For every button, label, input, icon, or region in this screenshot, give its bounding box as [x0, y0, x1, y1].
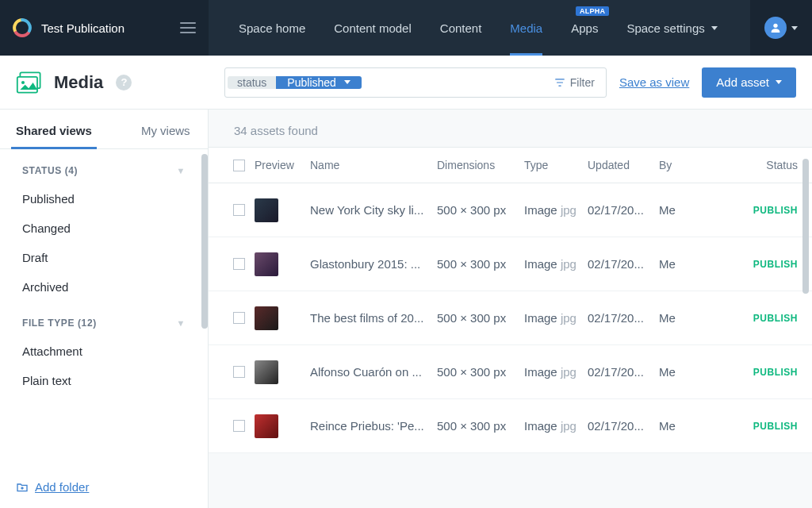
- tab-my-views[interactable]: My views: [125, 110, 206, 148]
- filter-icon: [554, 77, 565, 88]
- checkbox[interactable]: [233, 366, 245, 378]
- thumbnail: [255, 414, 278, 438]
- th-updated[interactable]: Updated: [588, 159, 659, 171]
- nav-space-settings[interactable]: Space settings: [612, 0, 731, 56]
- cell-type: Image jpg: [524, 311, 588, 325]
- checkbox-all[interactable]: [233, 160, 245, 171]
- add-folder-icon: [16, 481, 29, 494]
- filter-button[interactable]: Filter: [543, 76, 606, 89]
- checkbox[interactable]: [233, 420, 245, 432]
- th-preview[interactable]: Preview: [255, 159, 310, 171]
- collapse-icon: ▼: [177, 166, 186, 175]
- sidebar-item-changed[interactable]: Changed: [0, 214, 208, 243]
- nav-space-settings-label: Space settings: [626, 21, 704, 35]
- sidebar: Shared views My views STATUS (4) ▼ Publi…: [0, 110, 209, 508]
- svg-point-0: [773, 24, 777, 28]
- cell-type: Image jpg: [524, 365, 588, 379]
- cell-name: Glastonbury 2015: ...: [310, 257, 437, 271]
- sidebar-item-archived[interactable]: Archived: [0, 272, 208, 302]
- top-nav: Test Publication Space home Content mode…: [0, 0, 812, 56]
- section-filetype-head[interactable]: FILE TYPE (12) ▼: [0, 302, 208, 337]
- table-row[interactable]: The best films of 20... 500 × 300 px Ima…: [209, 291, 812, 345]
- svg-point-3: [21, 80, 25, 83]
- nav-content-model[interactable]: Content model: [320, 0, 426, 56]
- sidebar-item-plaintext[interactable]: Plain text: [0, 366, 208, 395]
- add-folder-link[interactable]: Add folder: [0, 466, 208, 508]
- thumbnail: [255, 306, 278, 330]
- cell-updated: 02/17/20...: [588, 365, 659, 379]
- checkbox[interactable]: [233, 312, 245, 324]
- table-row[interactable]: Glastonbury 2015: ... 500 × 300 px Image…: [209, 237, 812, 291]
- cell-status: PUBLISH: [734, 313, 798, 324]
- publication-title[interactable]: Test Publication: [41, 21, 180, 35]
- cell-dimensions: 500 × 300 px: [437, 203, 524, 217]
- user-menu[interactable]: [750, 0, 812, 56]
- th-name[interactable]: Name: [310, 159, 437, 171]
- cell-by: Me: [659, 203, 714, 217]
- cell-by: Me: [659, 365, 714, 379]
- thumbnail: [255, 360, 278, 384]
- nav-space-home[interactable]: Space home: [224, 0, 320, 56]
- th-status[interactable]: Status: [734, 159, 798, 171]
- subbar-right: status Published Filter Save as view Add…: [209, 56, 812, 109]
- scrollbar[interactable]: [201, 154, 208, 329]
- help-icon[interactable]: ?: [116, 75, 132, 90]
- asset-count: 34 assets found: [209, 110, 812, 147]
- thumbnail: [255, 252, 278, 276]
- filter-chip-value[interactable]: Published: [276, 76, 362, 89]
- th-type[interactable]: Type: [524, 159, 588, 171]
- filter-bar[interactable]: status Published Filter: [224, 67, 607, 98]
- sidebar-item-published[interactable]: Published: [0, 184, 208, 214]
- cell-name: Reince Priebus: 'Pe...: [310, 419, 437, 433]
- cell-updated: 02/17/20...: [588, 311, 659, 325]
- scrollbar[interactable]: [802, 159, 809, 294]
- nav-apps[interactable]: Apps ALPHA: [557, 0, 612, 56]
- th-by[interactable]: By: [659, 159, 714, 171]
- collapse-icon: ▼: [177, 318, 186, 328]
- filter-chip-value-label: Published: [287, 76, 336, 89]
- thumbnail: [255, 198, 278, 222]
- filter-link-label: Filter: [570, 76, 595, 89]
- table-row[interactable]: New York City sky li... 500 × 300 px Ima…: [209, 183, 812, 237]
- checkbox[interactable]: [233, 258, 245, 270]
- cell-by: Me: [659, 257, 714, 271]
- section-filetype-label: FILE TYPE (12): [22, 318, 97, 329]
- sidebar-item-attachment[interactable]: Attachment: [0, 337, 208, 366]
- cell-dimensions: 500 × 300 px: [437, 365, 524, 379]
- cell-by: Me: [659, 419, 714, 433]
- cell-updated: 02/17/20...: [588, 257, 659, 271]
- cell-status: PUBLISH: [734, 421, 798, 432]
- sidebar-item-draft[interactable]: Draft: [0, 243, 208, 272]
- filter-chip-key: status: [228, 76, 276, 89]
- section-status-label: STATUS (4): [22, 165, 78, 176]
- add-folder-label: Add folder: [35, 480, 89, 494]
- cell-type: Image jpg: [524, 257, 588, 271]
- avatar-icon: [764, 17, 787, 39]
- cell-dimensions: 500 × 300 px: [437, 419, 524, 433]
- chevron-down-icon: [711, 26, 718, 30]
- svg-rect-2: [17, 76, 37, 92]
- chevron-down-icon: [791, 26, 798, 30]
- cell-type: Image jpg: [524, 419, 588, 433]
- add-asset-button[interactable]: Add asset: [702, 67, 796, 98]
- section-status-head[interactable]: STATUS (4) ▼: [0, 149, 208, 184]
- alpha-badge: ALPHA: [576, 6, 610, 16]
- cell-dimensions: 500 × 300 px: [437, 257, 524, 271]
- sub-bar: Media ? status Published Filter Save as …: [0, 56, 812, 110]
- table-row[interactable]: Alfonso Cuarón on ... 500 × 300 px Image…: [209, 345, 812, 399]
- filter-chip-status[interactable]: status Published: [228, 76, 362, 89]
- chevron-down-icon: [776, 80, 782, 84]
- menu-icon[interactable]: [180, 22, 196, 33]
- media-page-icon: [16, 71, 44, 94]
- table-row[interactable]: Reince Priebus: 'Pe... 500 × 300 px Imag…: [209, 399, 812, 453]
- cell-status: PUBLISH: [734, 367, 798, 378]
- nav-items: Space home Content model Content Media A…: [209, 0, 750, 56]
- th-dimensions[interactable]: Dimensions: [437, 159, 524, 171]
- nav-media[interactable]: Media: [496, 0, 557, 56]
- nav-content[interactable]: Content: [426, 0, 496, 56]
- checkbox[interactable]: [233, 204, 245, 216]
- tab-shared-views[interactable]: Shared views: [0, 110, 108, 148]
- cell-status: PUBLISH: [734, 205, 798, 216]
- save-as-view-link[interactable]: Save as view: [619, 75, 689, 89]
- asset-table: Preview Name Dimensions Type Updated By …: [209, 147, 812, 453]
